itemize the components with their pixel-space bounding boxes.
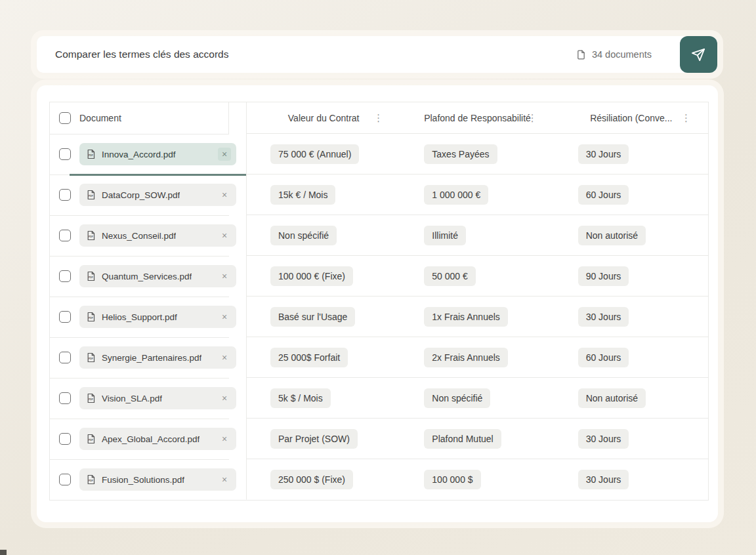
table-row: PDF Apex_Global_Accord.pdf × Par Projet …: [50, 419, 708, 459]
pdf-file-icon: PDF: [86, 393, 96, 403]
row-checkbox[interactable]: [59, 311, 71, 323]
row-checkbox[interactable]: [59, 148, 71, 160]
svg-text:PDF: PDF: [89, 317, 93, 319]
column-menu-icon[interactable]: ⋮: [528, 113, 537, 123]
value-chip[interactable]: Basé sur l'Usage: [270, 307, 355, 327]
row-checkbox[interactable]: [59, 433, 71, 445]
value-chip[interactable]: 90 Jours: [578, 266, 629, 286]
value-chip[interactable]: Non autorisé: [578, 388, 646, 408]
svg-text:PDF: PDF: [89, 154, 93, 157]
contract-value-cell: Par Projet (SOW): [246, 419, 400, 459]
file-name: Quantum_Services.pdf: [102, 272, 192, 281]
value-chip[interactable]: 100 000 $: [424, 470, 480, 489]
table-row: PDF DataCorp_SOW.pdf × 15k € / Mois 1 00…: [50, 175, 708, 215]
row-checkbox[interactable]: [59, 352, 71, 363]
send-button[interactable]: [680, 36, 717, 73]
comparison-table-card: Document Valeur du Contrat ⋮ Plafond de …: [37, 85, 718, 522]
table-row: PDF Vision_SLA.pdf × 5k $ / Mois Non spé…: [50, 378, 708, 419]
remove-file-icon[interactable]: ×: [218, 432, 231, 445]
value-chip[interactable]: 50 000 €: [424, 266, 476, 286]
pdf-file-icon: PDF: [86, 474, 96, 485]
row-checkbox[interactable]: [59, 270, 71, 282]
value-chip[interactable]: Taxes Payées: [424, 144, 497, 164]
remove-file-icon[interactable]: ×: [218, 473, 231, 486]
value-chip[interactable]: Par Projet (SOW): [270, 429, 358, 449]
pdf-file-icon: PDF: [86, 434, 96, 444]
file-chip[interactable]: PDF Innova_Accord.pdf ×: [79, 143, 236, 165]
column-header-plafond-de-responsabilite[interactable]: Plafond de Responsabilité ⋮: [400, 102, 554, 134]
value-chip[interactable]: 30 Jours: [578, 470, 629, 489]
value-chip[interactable]: 5k $ / Mois: [270, 388, 331, 408]
value-chip[interactable]: 25 000$ Forfait: [270, 348, 348, 367]
value-chip[interactable]: Illimité: [424, 226, 466, 245]
remove-file-icon[interactable]: ×: [218, 310, 231, 323]
column-header-resiliation[interactable]: Résiliation (Conve... ⋮: [555, 102, 708, 134]
value-chip[interactable]: 30 Jours: [578, 307, 629, 327]
liability-cap-cell: Plafond Mutuel: [400, 419, 554, 459]
column-header-label: Valeur du Contrat: [288, 113, 360, 123]
document-cell: PDF Quantum_Services.pdf ×: [50, 256, 246, 297]
document-cell: PDF Vision_SLA.pdf ×: [50, 378, 246, 419]
value-chip[interactable]: 100 000 € (Fixe): [270, 266, 353, 286]
column-menu-icon[interactable]: ⋮: [681, 113, 691, 123]
row-checkbox[interactable]: [59, 189, 71, 201]
value-chip[interactable]: Non spécifié: [270, 226, 337, 245]
row-checkbox[interactable]: [59, 392, 71, 404]
remove-file-icon[interactable]: ×: [218, 392, 231, 405]
svg-text:PDF: PDF: [89, 195, 93, 197]
termination-cell: 30 Jours: [555, 459, 708, 500]
value-chip[interactable]: 60 Jours: [578, 185, 629, 205]
value-chip[interactable]: 250 000 $ (Fixe): [270, 470, 353, 489]
file-chip[interactable]: PDF Helios_Support.pdf ×: [79, 306, 236, 328]
liability-cap-cell: Non spécifié: [400, 378, 554, 419]
value-chip[interactable]: Plafond Mutuel: [424, 429, 501, 449]
termination-cell: 90 Jours: [555, 256, 708, 297]
value-chip[interactable]: 1 000 000 €: [424, 185, 488, 205]
contract-value-cell: 15k € / Mois: [246, 175, 400, 215]
file-chip[interactable]: PDF Fusion_Solutions.pdf ×: [79, 468, 236, 491]
screen-corner-artifact: [0, 550, 7, 555]
contract-value-cell: 5k $ / Mois: [246, 378, 400, 419]
file-name: Helios_Support.pdf: [102, 312, 177, 322]
value-chip[interactable]: 1x Frais Annuels: [424, 307, 508, 327]
column-header-label: Plafond de Responsabilité: [424, 113, 531, 123]
document-cell: PDF Fusion_Solutions.pdf ×: [50, 459, 246, 500]
file-chip[interactable]: PDF Synergie_Partenaires.pdf ×: [79, 346, 236, 369]
value-chip[interactable]: 60 Jours: [578, 348, 629, 367]
column-header-valeur-du-contrat[interactable]: Valeur du Contrat ⋮: [246, 102, 400, 134]
value-chip[interactable]: 75 000 € (Annuel): [270, 144, 359, 164]
value-chip[interactable]: 2x Frais Annuels: [424, 348, 508, 367]
pdf-file-icon: PDF: [86, 312, 96, 322]
file-chip[interactable]: PDF Apex_Global_Accord.pdf ×: [79, 428, 236, 450]
value-chip[interactable]: 30 Jours: [578, 429, 629, 449]
value-chip[interactable]: 15k € / Mois: [270, 185, 335, 205]
pdf-file-icon: PDF: [86, 271, 96, 281]
svg-text:PDF: PDF: [89, 236, 93, 238]
svg-text:PDF: PDF: [89, 358, 93, 360]
column-menu-icon[interactable]: ⋮: [373, 113, 383, 123]
termination-cell: 60 Jours: [555, 175, 708, 215]
svg-text:PDF: PDF: [89, 439, 93, 442]
remove-file-icon[interactable]: ×: [218, 270, 231, 283]
remove-file-icon[interactable]: ×: [218, 351, 231, 364]
file-chip[interactable]: PDF Nexus_Conseil.pdf ×: [79, 224, 236, 247]
select-all-checkbox[interactable]: [59, 112, 71, 124]
contract-value-cell: 25 000$ Forfait: [246, 337, 400, 378]
file-chip[interactable]: PDF Vision_SLA.pdf ×: [79, 387, 236, 409]
table-row: PDF Nexus_Conseil.pdf × Non spécifié Ill…: [50, 215, 708, 256]
value-chip[interactable]: Non autorisé: [578, 226, 646, 245]
row-checkbox[interactable]: [59, 474, 71, 485]
remove-file-icon[interactable]: ×: [218, 229, 231, 242]
row-checkbox[interactable]: [59, 230, 71, 241]
remove-file-icon[interactable]: ×: [218, 188, 231, 201]
table-row: PDF Synergie_Partenaires.pdf × 25 000$ F…: [50, 337, 708, 378]
file-name: Apex_Global_Accord.pdf: [102, 434, 200, 444]
remove-file-icon[interactable]: ×: [218, 148, 231, 161]
contract-value-cell: 75 000 € (Annuel): [246, 134, 400, 175]
file-chip[interactable]: PDF Quantum_Services.pdf ×: [79, 265, 236, 287]
file-chip[interactable]: PDF DataCorp_SOW.pdf ×: [79, 184, 236, 206]
file-name: Nexus_Conseil.pdf: [102, 231, 176, 241]
value-chip[interactable]: 30 Jours: [578, 144, 629, 164]
query-input[interactable]: Comparer les termes clés des accords: [55, 49, 228, 60]
value-chip[interactable]: Non spécifié: [424, 388, 490, 408]
